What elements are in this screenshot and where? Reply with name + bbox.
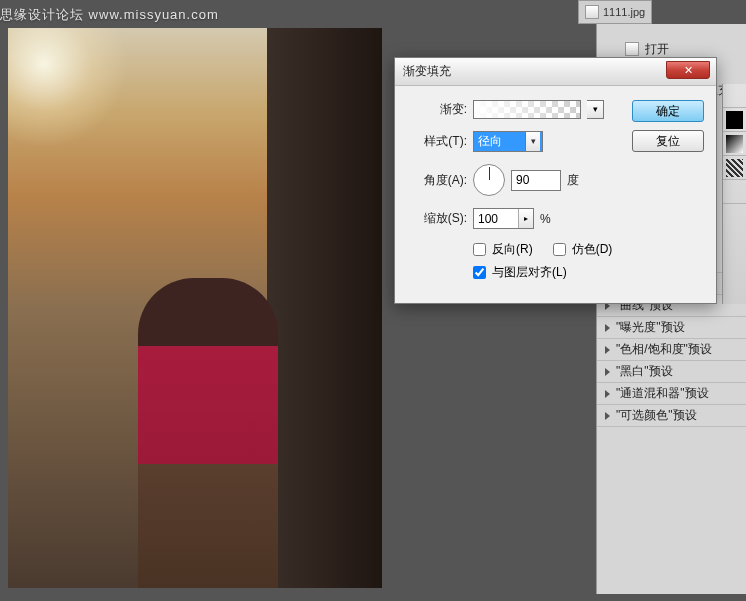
align-label: 与图层对齐(L)	[492, 264, 567, 281]
chevron-right-icon	[605, 346, 610, 354]
style-value: 径向	[478, 133, 502, 150]
style-select[interactable]: 径向 ▾	[473, 131, 543, 152]
canvas-image-content	[138, 278, 278, 588]
panel-empty-area	[597, 426, 746, 566]
preset-label: "曝光度"预设	[616, 319, 685, 336]
swatch-gradient-icon	[726, 135, 743, 153]
file-icon	[585, 5, 599, 19]
chevron-right-icon	[605, 324, 610, 332]
tool-slot[interactable]	[723, 132, 746, 156]
right-tool-strip	[722, 84, 746, 304]
chevron-right-icon	[605, 368, 610, 376]
ok-button[interactable]: 确定	[632, 100, 704, 122]
preset-label: "通道混和器"预设	[616, 385, 709, 402]
tool-slot[interactable]	[723, 180, 746, 204]
preset-item-bw[interactable]: "黑白"预设	[597, 360, 746, 382]
scale-label: 缩放(S):	[407, 210, 467, 227]
swatch-black-icon	[726, 111, 743, 129]
preset-item-channel-mixer[interactable]: "通道混和器"预设	[597, 382, 746, 404]
tool-slot[interactable]	[723, 84, 746, 108]
angle-label: 角度(A):	[407, 172, 467, 189]
open-label: 打开	[645, 41, 669, 58]
chevron-down-icon: ▾	[525, 132, 540, 151]
gradient-picker[interactable]	[473, 100, 581, 119]
chevron-right-icon[interactable]: ▸	[518, 209, 533, 228]
tool-slot[interactable]	[723, 108, 746, 132]
watermark-text: 思缘设计论坛 www.missyuan.com	[0, 6, 219, 24]
reverse-checkbox[interactable]	[473, 243, 486, 256]
chevron-right-icon	[605, 390, 610, 398]
preset-label: "黑白"预设	[616, 363, 673, 380]
scale-input[interactable]	[474, 209, 518, 228]
reverse-label: 反向(R)	[492, 241, 533, 258]
dialog-titlebar[interactable]: 渐变填充 ✕	[395, 58, 716, 86]
preset-label: "色相/饱和度"预设	[616, 341, 712, 358]
align-checkbox[interactable]	[473, 266, 486, 279]
preset-item-hue-sat[interactable]: "色相/饱和度"预设	[597, 338, 746, 360]
document-tab[interactable]: 1111.jpg	[578, 0, 652, 24]
angle-input[interactable]	[511, 170, 561, 191]
image-canvas[interactable]	[8, 28, 382, 588]
dither-label: 仿色(D)	[572, 241, 613, 258]
dither-checkbox[interactable]	[553, 243, 566, 256]
angle-unit: 度	[567, 172, 579, 189]
gradient-label: 渐变:	[407, 101, 467, 118]
swatch-pattern-icon	[726, 159, 743, 177]
document-filename: 1111.jpg	[603, 6, 645, 18]
tool-slot[interactable]	[723, 156, 746, 180]
close-button[interactable]: ✕	[666, 61, 710, 79]
angle-dial[interactable]	[473, 164, 505, 196]
dialog-title-text: 渐变填充	[403, 63, 451, 80]
gradient-dropdown-button[interactable]: ▾	[587, 100, 604, 119]
preset-label: "可选颜色"预设	[616, 407, 697, 424]
document-icon	[625, 42, 639, 56]
preset-item-selective-color[interactable]: "可选颜色"预设	[597, 404, 746, 426]
style-label: 样式(T):	[407, 133, 467, 150]
canvas-image-content	[267, 28, 382, 588]
preset-list: "色阶"预设 "曲线"预设 "曝光度"预设 "色相/饱和度"预设 "黑白"预设 …	[597, 272, 746, 566]
reset-button[interactable]: 复位	[632, 130, 704, 152]
scale-stepper[interactable]: ▸	[473, 208, 534, 229]
chevron-right-icon	[605, 412, 610, 420]
preset-item-exposure[interactable]: "曝光度"预设	[597, 316, 746, 338]
scale-unit: %	[540, 212, 551, 226]
gradient-fill-dialog: 渐变填充 ✕ 渐变: ▾ 样式(T): 径向 ▾ 角度(A): 度	[394, 57, 717, 304]
